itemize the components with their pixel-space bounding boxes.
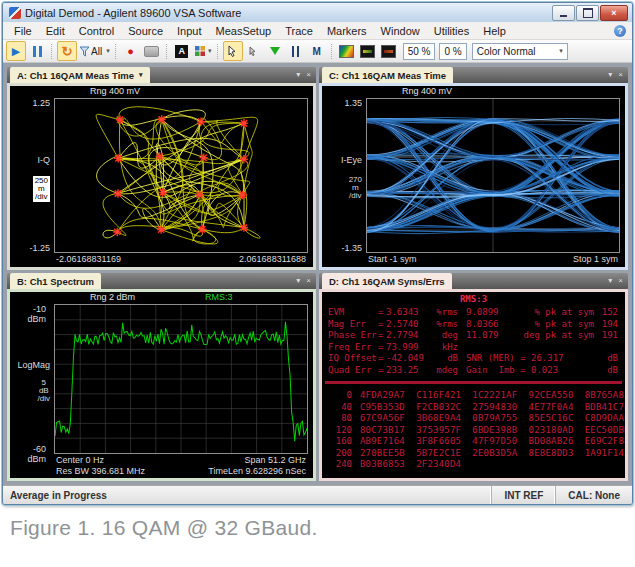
panel-b-tab[interactable]: B: Ch1 Spectrum	[10, 273, 101, 289]
panel-b-close-icon[interactable]: ×	[306, 277, 311, 285]
record-icon: ●	[127, 45, 134, 57]
trace-image2-button[interactable]	[379, 41, 399, 61]
maximize-icon	[583, 8, 593, 18]
zoom-percent-field[interactable]: 50 %	[403, 43, 436, 60]
toolbar-separator	[217, 44, 219, 59]
syms-errs-row: Mag Err=2.5740%rms8.0366% pk at sym194	[322, 319, 625, 331]
y-axis: 1.35 I-Eye 270m/div -1.35	[322, 98, 366, 253]
panel-c-tab[interactable]: C: Ch1 16QAM Meas Time	[322, 67, 453, 83]
spectrogram-icon	[339, 45, 354, 58]
y-axis-top-label: 1.35	[344, 98, 362, 108]
menu-item-meassetup[interactable]: MeasSetup	[209, 23, 279, 39]
y-axis-bottom-label: -1.35	[341, 243, 362, 253]
res-bw-label: Res BW 396.681 MHz	[56, 466, 145, 477]
panel-b-menu-icon[interactable]: ▾	[296, 277, 300, 285]
status-bar: Average in Progress INT REF CAL: None	[3, 485, 632, 504]
marker-peak-button[interactable]	[265, 41, 285, 61]
menu-item-source[interactable]: Source	[121, 23, 170, 39]
panel-c-title: C: Ch1 16QAM Meas Time	[329, 70, 446, 81]
green-triangle-icon	[270, 47, 280, 55]
panel-c-body: Rng 400 mV 1.35 I-Eye 270m/div -1.35	[319, 83, 628, 270]
color-mode-value: Color Normal	[477, 46, 536, 57]
marker-m-button[interactable]: M	[307, 41, 327, 61]
chevron-down-icon: ▾	[139, 71, 143, 79]
play-icon: ▶	[12, 45, 20, 58]
menu-item-edit[interactable]: Edit	[39, 23, 72, 39]
scale-per-div-box[interactable]: 250m/div	[33, 176, 50, 202]
panel-b-header: B: Ch1 Spectrum ▾×	[7, 273, 316, 289]
cursor-secondary-icon	[248, 45, 259, 57]
filter-button[interactable]: All ▾	[78, 41, 111, 61]
toolbar-separator	[331, 44, 333, 59]
rms-count-label: RMS:3	[322, 292, 625, 307]
menu-item-control[interactable]: Control	[72, 23, 121, 39]
menu-item-help[interactable]: Help	[476, 23, 513, 39]
maximize-button[interactable]	[576, 5, 599, 21]
y-axis: -10dBm LogMag 5dB/div -60dBm	[10, 304, 54, 454]
record-button[interactable]: ●	[121, 41, 141, 61]
panel-b-body: Rng 2 dBm RMS:3 -10dBm LogMag 5dB/div -6…	[7, 289, 316, 481]
menu-item-input[interactable]: Input	[170, 23, 208, 39]
panel-d-body: RMS:3 EVM=3.6343%rms9.0899% pk at sym152…	[319, 289, 628, 481]
x-axis-left-label: Start -1 sym	[368, 254, 417, 267]
panel-a-menu-icon[interactable]: ▾	[296, 71, 300, 79]
app-icon	[9, 7, 21, 19]
panel-a-body: Rng 400 mV 1.25 I-Q 250m/div -1.25	[7, 83, 316, 270]
y-axis-bottom-label: -1.25	[29, 243, 50, 253]
page: Digital Demod - Agilent 89600 VSA Softwa…	[0, 0, 635, 567]
x-axis-left-label: -2.06168831169	[56, 254, 121, 267]
window-title: Digital Demod - Agilent 89600 VSA Softwa…	[25, 7, 552, 19]
panel-d: D: Ch1 16QAM Syms/Errs ▾× RMS:3 EVM=3.63…	[319, 273, 628, 481]
app-window: Digital Demod - Agilent 89600 VSA Softwa…	[2, 2, 633, 505]
panel-d-menu-icon[interactable]: ▾	[608, 277, 612, 285]
trace-image1-button[interactable]	[358, 41, 378, 61]
panel-d-header: D: Ch1 16QAM Syms/Errs ▾×	[319, 273, 628, 289]
restart-button[interactable]: ↻	[57, 41, 77, 61]
select-pointer-button[interactable]	[223, 41, 243, 61]
capture-button[interactable]	[142, 41, 162, 61]
symbol-table-row: 12080C73B17 3753957F 6BDE398B 023180AD E…	[322, 425, 625, 437]
zoom-pointer-button[interactable]	[244, 41, 264, 61]
cal-indicator: CAL: None	[555, 486, 632, 504]
trace-thumbnail-icon	[381, 45, 396, 58]
scale-per-div-label: 270m/div	[349, 176, 362, 200]
help-icon[interactable]: ?	[614, 25, 626, 37]
panel-c-menu-icon[interactable]: ▾	[608, 71, 612, 79]
pause-button[interactable]	[27, 41, 47, 61]
offset-percent-field[interactable]: 0 %	[439, 43, 466, 60]
panel-a-tab[interactable]: A: Ch1 16QAM Meas Time▾	[10, 67, 150, 83]
center-freq-label: Center 0 Hz	[56, 455, 104, 466]
band-markers-button[interactable]	[286, 41, 306, 61]
panel-a-close-icon[interactable]: ×	[306, 71, 311, 79]
panel-d-close-icon[interactable]: ×	[618, 277, 623, 285]
panel-c: C: Ch1 16QAM Meas Time ▾× Rng 400 mV 1.3…	[319, 67, 628, 270]
minimize-icon	[560, 15, 567, 17]
panel-a-title: A: Ch1 16QAM Meas Time	[17, 70, 134, 81]
panel-c-close-icon[interactable]: ×	[618, 71, 623, 79]
trace-thumbnail-icon	[360, 45, 375, 58]
range-label: Rng 2 dBm	[90, 292, 135, 304]
close-button[interactable]: ×	[600, 5, 628, 21]
range-label: Rng 400 mV	[402, 86, 452, 98]
menu-item-markers[interactable]: Markers	[320, 23, 374, 39]
play-button[interactable]: ▶	[6, 41, 26, 61]
chevron-down-icon: ▾	[208, 47, 212, 55]
minimize-button[interactable]	[552, 5, 575, 21]
layout-button[interactable]: ▾	[193, 41, 213, 61]
menu-item-window[interactable]: Window	[374, 23, 427, 39]
span-label: Span 51.2 GHz	[244, 455, 306, 466]
panel-d-tab[interactable]: D: Ch1 16QAM Syms/Errs	[322, 273, 452, 289]
panel-c-header: C: Ch1 16QAM Meas Time ▾×	[319, 67, 628, 83]
syms-errs-row: Quad Err=233.25mdegGain Imb = 0.023dB	[322, 365, 625, 377]
spectrogram-button[interactable]	[337, 41, 357, 61]
syms-errs-table: RMS:3 EVM=3.6343%rms9.0899% pk at sym152…	[322, 292, 625, 478]
menu-item-utilities[interactable]: Utilities	[427, 23, 476, 39]
panel-a-header: A: Ch1 16QAM Meas Time▾ ▾×	[7, 67, 316, 83]
menu-item-file[interactable]: File	[7, 23, 39, 39]
workspace: A: Ch1 16QAM Meas Time▾ ▾× Rng 400 mV 1.…	[3, 63, 632, 485]
spectrum-plot	[54, 304, 308, 454]
trace-a-button[interactable]: A	[172, 41, 192, 61]
cursor-icon	[227, 45, 238, 57]
menu-item-trace[interactable]: Trace	[278, 23, 320, 39]
color-mode-select[interactable]: Color Normal ▾	[472, 43, 568, 60]
